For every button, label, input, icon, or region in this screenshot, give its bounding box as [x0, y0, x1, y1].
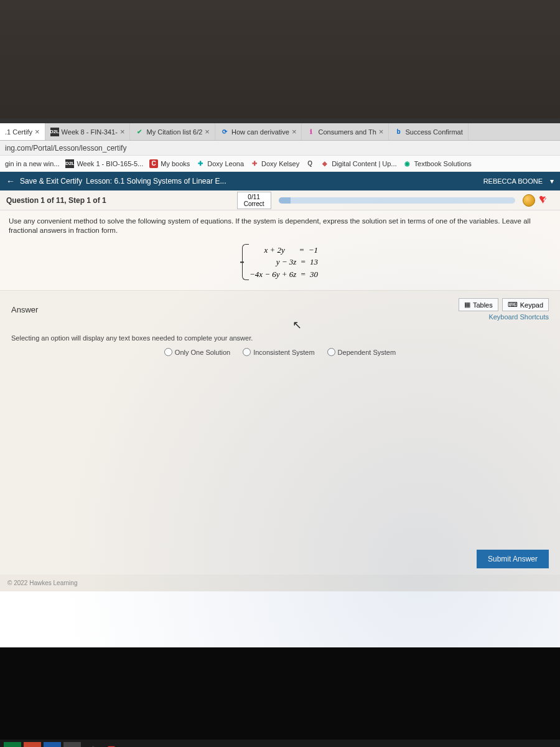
answer-area: Answer ▦Tables ⌨Keypad Keyboard Shortcut… [0, 291, 560, 546]
equation-3: −4x − 6y + 6z = 30 [250, 268, 318, 281]
close-icon[interactable]: × [379, 127, 384, 136]
d2l-icon: D2L [65, 159, 74, 168]
lesson-title: Lesson: 6.1 Solving Systems of Linear E.… [86, 177, 226, 186]
chegg-icon: C [149, 159, 158, 168]
powerpoint-icon[interactable]: P [24, 742, 41, 747]
url-text: ing.com/Portal/Lesson/lesson_certify [5, 144, 126, 153]
user-name[interactable]: REBECCA BOONE [483, 177, 543, 185]
bookmark-digital[interactable]: ◆Digital Content | Up... [320, 159, 396, 168]
diamond-icon: ◆ [320, 159, 329, 168]
close-icon[interactable]: × [205, 127, 210, 136]
correct-counter: 0/11 Correct [237, 192, 271, 209]
close-icon[interactable]: × [292, 127, 297, 136]
radio-dependent[interactable]: Dependent System [327, 348, 396, 356]
tab-label: Consumers and Th [318, 128, 376, 136]
app-icon[interactable]: 🐞 [83, 742, 101, 747]
tab-label: How can derivative [231, 128, 289, 136]
bookmark-search[interactable]: Q [306, 159, 314, 168]
tab-derivative[interactable]: ⟳ How can derivative × [215, 123, 302, 140]
selection-hint: Selecting an option will display any tex… [11, 334, 549, 342]
plus-icon: ✚ [250, 159, 259, 168]
keypad-icon: ⌨ [508, 301, 518, 309]
tab-label: .1 Certify [5, 128, 32, 136]
snip-icon[interactable]: ✂ [63, 742, 81, 747]
submit-answer-button[interactable]: Submit Answer [477, 550, 549, 568]
bookmark-textbook[interactable]: ◉Textbook Solutions [403, 159, 472, 168]
tab-citation[interactable]: ✔ My Citation list 6/2 × [130, 123, 215, 140]
tab-week8[interactable]: D2L Week 8 - FIN-341- × [45, 123, 131, 140]
search-icon: Q [306, 159, 314, 168]
tab-label: Success Confirmat [405, 128, 462, 136]
excel-icon[interactable]: X [4, 742, 21, 747]
tab-success[interactable]: b Success Confirmat [389, 123, 468, 140]
mcafee-icon[interactable]: ⛨ [103, 742, 121, 747]
tab-label: Week 8 - FIN-341- [62, 128, 118, 136]
lives-count: 2 [543, 195, 547, 202]
equation-1: x + 2y = −1 [250, 244, 318, 256]
check-icon: ✔ [135, 128, 144, 136]
table-icon: ▦ [464, 301, 470, 309]
answer-label: Answer [11, 305, 38, 314]
bookmark-week1[interactable]: D2LWeek 1 - BIO-165-5... [65, 159, 143, 168]
copyright-text: © 2022 Hawkes Learning [0, 575, 560, 591]
bookmark-login[interactable]: gin in a new win... [5, 160, 59, 167]
app-topbar: ← Save & Exit Certify Lesson: 6.1 Solvin… [0, 172, 560, 190]
close-icon[interactable]: × [35, 127, 40, 136]
keyboard-shortcuts-link[interactable]: Keyboard Shortcuts [488, 313, 549, 321]
word-icon[interactable]: W [44, 742, 61, 747]
address-bar[interactable]: ing.com/Portal/Lesson/lesson_certify [0, 141, 560, 156]
close-icon[interactable]: × [120, 127, 125, 136]
tab-consumers[interactable]: ℹ Consumers and Th × [302, 123, 389, 140]
back-icon[interactable]: ← [6, 176, 15, 186]
keypad-button[interactable]: ⌨Keypad [502, 298, 549, 311]
question-content: Use any convenient method to solve the f… [0, 210, 560, 291]
instruction-text: Use any convenient method to solve the f… [9, 217, 551, 235]
refresh-icon: ⟳ [220, 128, 229, 136]
windows-taskbar: X P W ✂ 🐞 ⛨ [0, 740, 560, 747]
correct-label: Correct [244, 200, 264, 207]
coin-icon [523, 194, 535, 207]
system-brace: x + 2y = −1 y − 3z = 13 −4x − 6y + 6z = … [242, 244, 318, 281]
b-icon: b [394, 128, 403, 136]
tab-label: My Citation list 6/2 [146, 128, 202, 136]
radio-one-solution[interactable]: Only One Solution [164, 348, 230, 356]
d2l-icon: D2L [50, 128, 59, 136]
correct-count: 0/11 [244, 194, 264, 200]
equation-2: y − 3z = 13 [250, 256, 318, 268]
bookmark-mybooks[interactable]: CMy books [149, 159, 190, 168]
question-title: Question 1 of 11, Step 1 of 1 [6, 196, 106, 205]
save-exit-link[interactable]: Save & Exit Certify [20, 177, 82, 186]
progress-bar [279, 197, 516, 204]
bookmarks-bar: gin in a new win... D2LWeek 1 - BIO-165-… [0, 156, 560, 172]
tab-certify[interactable]: .1 Certify × [0, 123, 45, 140]
lives-heart: 2 [539, 194, 554, 207]
plus-icon: ✚ [196, 159, 205, 168]
caret-down-icon[interactable]: ▾ [550, 177, 554, 186]
info-icon: ℹ [307, 128, 315, 136]
bookmark-doxy-leona[interactable]: ✚Doxy Leona [196, 159, 244, 168]
bookmark-doxy-kelsey[interactable]: ✚Doxy Kelsey [250, 159, 299, 168]
radio-inconsistent[interactable]: Inconsistent System [243, 348, 314, 356]
browser-tab-strip: .1 Certify × D2L Week 8 - FIN-341- × ✔ M… [0, 123, 560, 141]
globe-icon: ◉ [403, 159, 412, 168]
tables-button[interactable]: ▦Tables [459, 298, 498, 311]
question-bar: Question 1 of 11, Step 1 of 1 0/11 Corre… [0, 190, 560, 210]
